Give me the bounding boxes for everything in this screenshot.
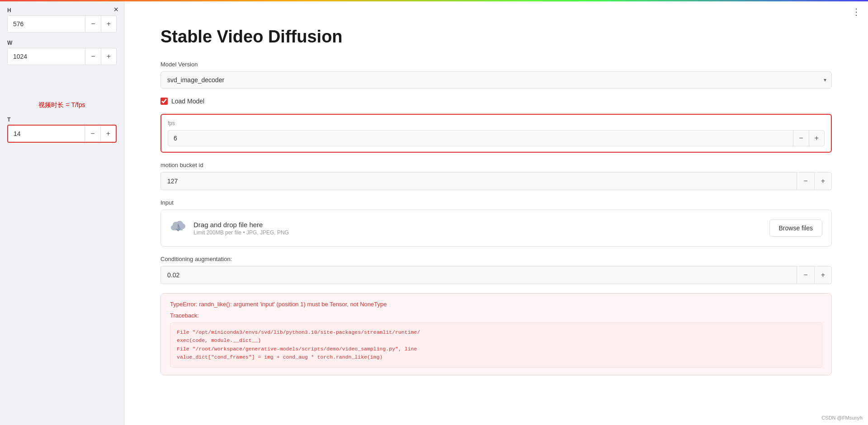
fps-label: fps <box>168 120 825 126</box>
motion-bucket-stepper-row: 127 − + <box>160 172 832 190</box>
H-minus-button[interactable]: − <box>85 16 100 32</box>
field-label-W: W <box>7 40 117 46</box>
model-version-wrapper: svd_image_decoder svd svd_xt ▾ <box>160 71 832 89</box>
load-model-checkbox[interactable] <box>160 98 168 105</box>
field-label-H: H <box>7 7 117 14</box>
fps-minus-button[interactable]: − <box>793 131 808 146</box>
fps-stepper-row: 6 − + <box>168 130 825 146</box>
fps-value: 6 <box>168 131 793 145</box>
sidebar: × H 576 − + W 1024 − + 视频时长 = T/fps T 14… <box>0 0 124 425</box>
H-input-row: 576 − + <box>7 15 117 33</box>
field-label-T: T <box>7 117 117 123</box>
traceback-line-3: File "/root/workspace/generative-models/… <box>177 345 816 353</box>
fps-box: fps 6 − + <box>160 114 832 153</box>
conditioning-stepper-row: 0.02 − + <box>160 266 832 284</box>
W-plus-button[interactable]: + <box>101 48 116 65</box>
motion-bucket-value: 127 <box>161 173 797 189</box>
traceback-line-1: File "/opt/miniconda3/envs/svd/lib/pytho… <box>177 328 816 336</box>
motion-bucket-plus-button[interactable]: + <box>814 173 831 190</box>
field-group-W: W 1024 − + <box>7 40 117 65</box>
traceback-line-4: value_dict["cond_frames"] = img + cond_a… <box>177 353 816 361</box>
W-value: 1024 <box>8 48 85 65</box>
T-input-row: 14 − + <box>7 125 117 143</box>
close-button[interactable]: × <box>113 5 118 14</box>
T-value: 14 <box>8 126 85 142</box>
upload-text-area: Drag and drop file here Limit 200MB per … <box>193 221 762 236</box>
watermark: CSDN @FMsunyh <box>821 415 863 420</box>
model-version-select[interactable]: svd_image_decoder svd svd_xt <box>160 71 832 89</box>
fps-plus-button[interactable]: + <box>809 131 824 146</box>
load-model-label: Load Model <box>171 98 204 105</box>
conditioning-value: 0.02 <box>161 267 797 283</box>
H-plus-button[interactable]: + <box>101 16 116 32</box>
traceback-line-2: exec(code, module.__dict__) <box>177 336 816 345</box>
traceback-code: File "/opt/miniconda3/envs/svd/lib/pytho… <box>170 322 822 368</box>
motion-bucket-label: motion bucket id <box>160 162 832 168</box>
H-value: 576 <box>8 16 85 32</box>
conditioning-minus-button[interactable]: − <box>797 266 814 284</box>
top-gradient-bar <box>0 0 868 1</box>
page-title: Stable Video Diffusion <box>160 27 832 47</box>
model-version-label: Model Version <box>160 61 832 68</box>
error-title: TypeError: randn_like(): argument 'input… <box>170 301 822 308</box>
W-input-row: 1024 − + <box>7 48 117 65</box>
sidebar-annotation: 视频时长 = T/fps <box>7 101 117 109</box>
three-dots-menu-button[interactable]: ⋮ <box>852 6 861 17</box>
upload-limit-text: Limit 200MB per file • JPG, JPEG, PNG <box>193 229 762 236</box>
load-model-row: Load Model <box>160 98 832 105</box>
upload-drag-text: Drag and drop file here <box>193 221 762 229</box>
W-minus-button[interactable]: − <box>85 48 100 65</box>
upload-area[interactable]: Drag and drop file here Limit 200MB per … <box>160 210 832 247</box>
conditioning-plus-button[interactable]: + <box>814 266 831 284</box>
field-group-T: T 14 − + <box>7 117 117 143</box>
field-group-H: H 576 − + <box>7 7 117 33</box>
main-content: Stable Video Diffusion Model Version svd… <box>124 0 868 425</box>
error-box: TypeError: randn_like(): argument 'input… <box>160 293 832 375</box>
input-label: Input <box>160 199 832 206</box>
T-plus-button[interactable]: + <box>100 126 116 142</box>
traceback-label: Traceback: <box>170 312 822 319</box>
cloud-upload-icon <box>170 219 186 237</box>
T-minus-button[interactable]: − <box>85 126 100 142</box>
browse-files-button[interactable]: Browse files <box>769 220 822 237</box>
conditioning-label: Conditioning augmentation: <box>160 256 832 262</box>
motion-bucket-minus-button[interactable]: − <box>797 173 814 190</box>
